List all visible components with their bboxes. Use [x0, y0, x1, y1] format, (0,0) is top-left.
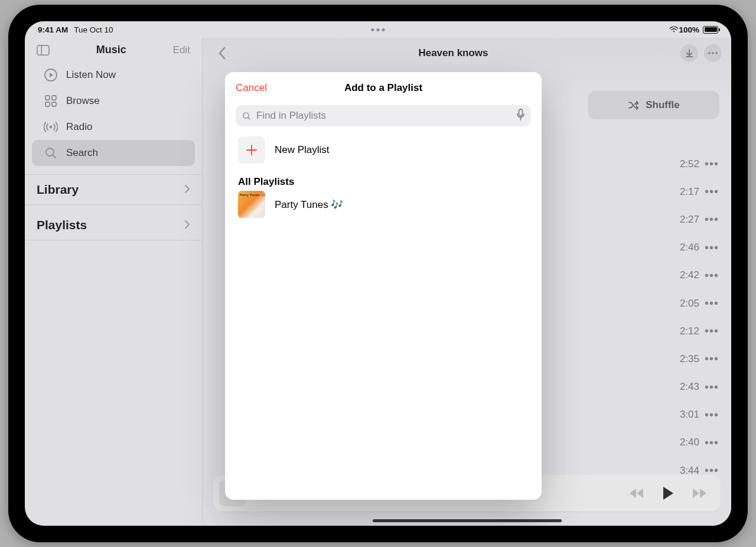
new-playlist-label: New Playlist	[275, 144, 330, 156]
track-duration: 2:17	[664, 186, 699, 198]
track-more-button[interactable]: •••	[699, 380, 724, 394]
track-duration: 2:35	[664, 353, 699, 365]
sheet-title: Add to a Playlist	[225, 82, 542, 94]
svg-rect-5	[52, 96, 56, 100]
track-more-button[interactable]: •••	[699, 213, 724, 226]
playlist-row[interactable]: Party Tunes 🎶 Party Tunes 🎶	[225, 190, 542, 219]
track-duration: 3:01	[664, 409, 699, 421]
track-duration: 2:46	[664, 242, 699, 253]
status-bar: 9:41 AM Tue Oct 10 100%	[25, 21, 731, 38]
battery-indicator: 100%	[679, 25, 718, 34]
shuffle-icon	[628, 100, 640, 110]
battery-percent: 100%	[679, 25, 699, 34]
search-icon	[242, 111, 252, 121]
playlist-artwork: Party Tunes 🎶	[238, 191, 265, 218]
track-duration: 2:43	[664, 381, 699, 393]
status-date: Tue Oct 10	[74, 25, 113, 34]
sidebar-item-listen-now[interactable]: Listen Now	[32, 62, 195, 88]
svg-line-15	[248, 117, 250, 119]
grid-icon	[44, 94, 58, 108]
sidebar-item-label: Listen Now	[66, 69, 116, 81]
sidebar-item-label: Radio	[66, 121, 92, 133]
svg-point-11	[708, 52, 710, 54]
play-circle-icon	[44, 68, 58, 82]
sidebar-section-library[interactable]: Library	[25, 174, 202, 205]
track-more-button[interactable]: •••	[699, 297, 724, 310]
playlist-search[interactable]	[236, 105, 531, 126]
next-button[interactable]	[687, 482, 710, 504]
page-title: Heaven knows	[232, 47, 674, 59]
add-to-playlist-sheet: Cancel Add to a Playlist New Playlist Al…	[225, 72, 542, 500]
back-button[interactable]	[212, 43, 232, 63]
track-duration: 2:12	[664, 325, 699, 337]
more-button[interactable]	[704, 44, 722, 62]
screen: 9:41 AM Tue Oct 10 100% Music Edit	[25, 21, 731, 526]
new-playlist-row[interactable]: New Playlist	[225, 136, 542, 164]
svg-rect-7	[52, 102, 56, 106]
track-more-button[interactable]: •••	[699, 352, 724, 366]
track-duration: 2:40	[664, 437, 699, 448]
wifi-icon	[669, 26, 679, 33]
prev-button[interactable]	[626, 482, 649, 504]
home-indicator[interactable]	[373, 519, 562, 522]
status-time: 9:41 AM	[38, 25, 68, 34]
all-playlists-header: All Playlists	[225, 164, 542, 190]
track-duration: 2:27	[664, 214, 699, 226]
download-button[interactable]	[680, 44, 698, 62]
track-more-button[interactable]: •••	[699, 324, 724, 338]
mic-icon[interactable]	[516, 109, 525, 123]
chevron-right-icon	[184, 218, 190, 232]
sidebar-item-browse[interactable]: Browse	[32, 88, 195, 114]
track-more-button[interactable]: •••	[699, 157, 724, 171]
svg-rect-1	[37, 45, 49, 54]
track-duration: 2:42	[664, 269, 699, 281]
sidebar: Music Edit Listen Now Browse Radio	[25, 38, 203, 526]
search-icon	[44, 146, 58, 160]
sidebar-item-label: Browse	[66, 95, 100, 107]
sidebar-edit-button[interactable]: Edit	[173, 44, 190, 56]
track-more-button[interactable]: •••	[699, 436, 724, 450]
playlist-thumb-label: Party Tunes 🎶	[240, 193, 265, 197]
section-label: Playlists	[37, 218, 87, 232]
svg-point-0	[673, 31, 674, 32]
sidebar-toggle-icon[interactable]	[37, 45, 50, 56]
track-duration: 2:52	[664, 158, 699, 170]
playlist-search-input[interactable]	[256, 110, 511, 122]
ipad-frame: 9:41 AM Tue Oct 10 100% Music Edit	[8, 5, 748, 542]
track-more-button[interactable]: •••	[699, 185, 724, 198]
svg-point-12	[712, 52, 713, 54]
sidebar-section-playlists[interactable]: Playlists	[25, 210, 202, 240]
multitask-dots[interactable]	[372, 28, 385, 31]
track-more-button[interactable]: •••	[699, 408, 724, 422]
svg-line-10	[53, 155, 56, 158]
track-more-button[interactable]: •••	[699, 269, 724, 282]
svg-rect-16	[519, 109, 523, 116]
sidebar-item-search[interactable]: Search	[32, 140, 195, 166]
svg-point-13	[715, 52, 717, 54]
cancel-button[interactable]: Cancel	[236, 82, 267, 94]
play-button[interactable]	[657, 482, 679, 504]
svg-rect-4	[45, 96, 50, 100]
playlist-name: Party Tunes 🎶	[275, 198, 343, 211]
shuffle-button[interactable]: Shuffle	[588, 91, 719, 119]
track-more-button[interactable]: •••	[699, 241, 724, 255]
svg-point-8	[50, 126, 53, 129]
radio-icon	[44, 120, 58, 134]
sidebar-item-radio[interactable]: Radio	[32, 114, 195, 140]
sidebar-title: Music	[50, 44, 173, 56]
sidebar-item-label: Search	[66, 147, 98, 159]
svg-rect-6	[45, 102, 50, 106]
section-label: Library	[37, 183, 79, 197]
shuffle-label: Shuffle	[646, 99, 680, 111]
track-duration: 2:05	[664, 298, 699, 310]
plus-icon	[238, 136, 265, 164]
chevron-right-icon	[184, 183, 190, 197]
